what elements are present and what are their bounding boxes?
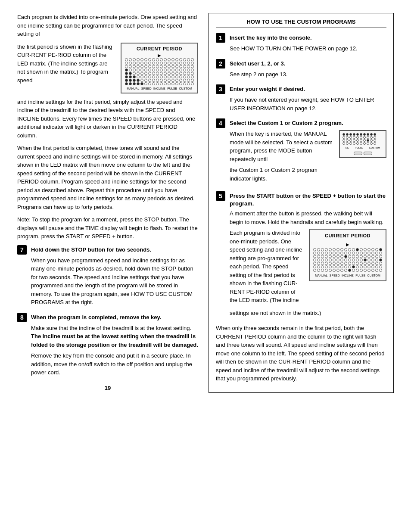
dot	[152, 58, 155, 61]
dot	[360, 269, 363, 272]
dot	[367, 248, 371, 251]
dot	[125, 72, 128, 75]
dot	[144, 65, 147, 68]
step4-inner: When the key is inserted, the MANUAL mod…	[230, 130, 386, 185]
dot	[183, 72, 186, 75]
dot	[160, 58, 163, 61]
dot	[164, 72, 167, 75]
s5-row5	[313, 262, 382, 265]
dot	[348, 262, 351, 265]
dot	[340, 248, 343, 251]
led-label-pulse: PULSE	[167, 87, 177, 90]
dot	[363, 136, 366, 139]
right-step3-block: 3 Enter your weight if desired. If you h…	[216, 84, 386, 112]
dot	[367, 139, 369, 142]
dot	[352, 258, 355, 261]
dot	[179, 72, 182, 75]
dot	[133, 68, 136, 72]
dot	[168, 75, 171, 78]
dot	[133, 62, 136, 65]
label-speed: SPEED	[330, 274, 340, 278]
dot	[156, 72, 159, 75]
dot	[191, 58, 194, 61]
dot	[367, 136, 369, 139]
right-step2-title: Select user 1, 2, or 3.	[230, 59, 285, 68]
right-step1-header: 1 Insert the key into the console.	[216, 33, 386, 43]
dot	[183, 65, 186, 68]
dot	[375, 265, 378, 268]
dot	[133, 65, 136, 68]
dot	[313, 265, 316, 268]
dot	[152, 68, 155, 72]
dot	[137, 68, 140, 72]
right-bottom-section: When only three seconds remain in the fi…	[216, 324, 386, 383]
dot	[367, 258, 371, 261]
dot	[329, 269, 332, 272]
dot	[336, 265, 339, 268]
dot	[364, 255, 367, 258]
dot	[329, 248, 332, 251]
step7-text: When you have programmed speed and incli…	[31, 256, 198, 307]
dot	[325, 248, 328, 251]
dot	[137, 82, 140, 85]
dot	[360, 255, 363, 258]
dot	[156, 58, 159, 61]
figure-text-part: the first period is shown in the flashin…	[17, 43, 115, 93]
dot	[168, 82, 171, 85]
dot	[148, 68, 151, 72]
dot	[175, 75, 178, 78]
dot	[352, 262, 355, 265]
dot	[129, 58, 132, 61]
dot	[183, 62, 186, 65]
dot	[360, 252, 363, 255]
dot	[171, 75, 174, 78]
led-label-manual: MANUAL	[127, 87, 139, 90]
dot	[183, 82, 186, 85]
step8-body3: Remove the key from the console and put …	[31, 352, 198, 377]
dot	[156, 68, 159, 72]
dot	[171, 62, 174, 65]
right-step1-block: 1 Insert the key into the console. See H…	[216, 33, 386, 53]
dot	[370, 136, 373, 139]
step4-led-labels: NE PULSE CUSTOM	[342, 146, 383, 150]
dot	[152, 62, 155, 65]
dot	[191, 68, 194, 72]
step5-led-panel: CURRENT PERIOD ▶	[309, 229, 386, 305]
dot	[183, 75, 186, 78]
dot	[352, 255, 355, 258]
dot	[321, 265, 324, 268]
dot	[333, 252, 336, 255]
dot	[367, 133, 369, 136]
right-step4-title: Select the Custom 1 or Custom 2 program.	[230, 118, 343, 127]
right-step4-number: 4	[216, 118, 225, 128]
step4-led-rows: NE PULSE CUSTOM	[342, 133, 383, 155]
dot	[340, 269, 343, 272]
dot	[171, 68, 174, 72]
dot	[348, 258, 351, 261]
dot	[374, 133, 376, 136]
led-row-3	[125, 65, 194, 68]
step4-text: When the key is inserted, the MANUAL mod…	[230, 130, 334, 185]
dot	[140, 62, 143, 65]
dot	[336, 269, 339, 272]
led-labels-step5: MANUAL SPEED INCLINE PULSE CUSTOM	[313, 274, 382, 278]
right-step1-text: See HOW TO TURN ON THE POWER on page 12.	[230, 44, 386, 53]
dot	[175, 58, 178, 61]
led-row-arrow: ▶	[125, 53, 194, 58]
dot	[133, 72, 136, 75]
dot	[144, 58, 147, 61]
dot	[125, 58, 128, 61]
right-step3-number: 3	[216, 84, 225, 94]
dot	[317, 252, 320, 255]
left-column: Each program is divided into one-minute …	[17, 13, 198, 393]
right-step1-number: 1	[216, 33, 225, 43]
dot	[364, 265, 367, 268]
dot	[187, 82, 190, 85]
dot	[342, 133, 345, 136]
dot	[363, 142, 366, 145]
dot	[336, 255, 339, 258]
step4-row2	[342, 136, 383, 139]
dot	[371, 265, 374, 268]
led-row-7	[125, 79, 194, 82]
led-row-6	[125, 75, 194, 78]
